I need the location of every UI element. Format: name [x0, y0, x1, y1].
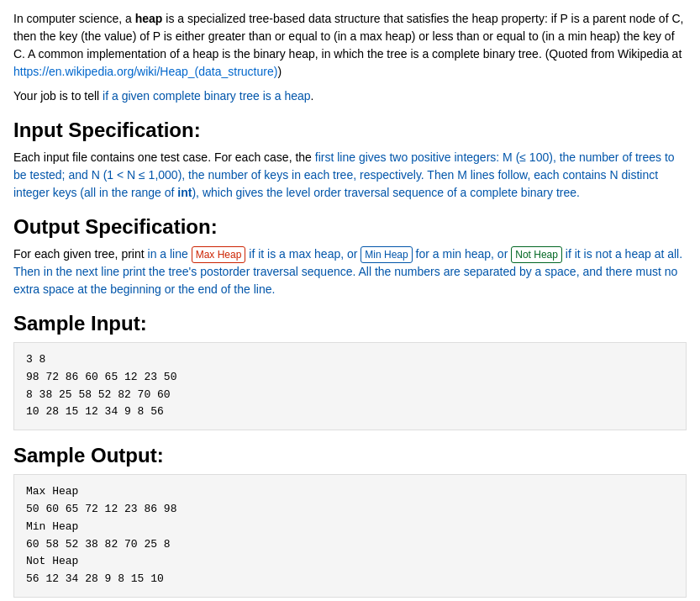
- output-spec-paragraph: For each given tree, print in a line Max…: [13, 245, 687, 298]
- sample-input-heading: Sample Input:: [13, 312, 687, 335]
- sample-output-line4: 60 58 52 38 82 70 25 8: [26, 536, 674, 554]
- sample-output-line1: Max Heap: [26, 483, 674, 501]
- sample-output-line2: 50 60 65 72 12 23 86 98: [26, 501, 674, 519]
- input-spec-heading: Input Specification:: [13, 119, 687, 142]
- sample-input-code: 3 8 98 72 86 60 65 12 23 50 8 38 25 58 5…: [13, 342, 687, 430]
- sample-output-heading: Sample Output:: [13, 444, 687, 467]
- sample-input-line3: 8 38 25 58 52 82 70 60: [26, 387, 674, 404]
- sample-output-line6: 56 12 34 28 9 8 15 10: [26, 571, 674, 588]
- sample-input-line2: 98 72 86 60 65 12 23 50: [26, 369, 674, 387]
- badge-not-heap: Not Heap: [511, 246, 562, 263]
- sample-output-line3: Min Heap: [26, 519, 674, 536]
- sample-input-line4: 10 28 15 12 34 9 8 56: [26, 403, 674, 421]
- intro-paragraph2: Your job is to tell if a given complete …: [13, 87, 687, 105]
- badge-max-heap: Max Heap: [192, 246, 246, 263]
- input-spec-paragraph: Each input file contains one test case. …: [13, 149, 687, 202]
- wiki-link[interactable]: https://en.wikipedia.org/wiki/Heap_(data…: [13, 65, 277, 78]
- sample-output-line5: Not Heap: [26, 553, 674, 571]
- intro-paragraph: In computer science, a heap is a special…: [13, 10, 687, 81]
- badge-min-heap: Min Heap: [361, 246, 412, 263]
- heap-bold: heap: [135, 12, 163, 25]
- sample-output-code: Max Heap 50 60 65 72 12 23 86 98 Min Hea…: [13, 474, 687, 598]
- output-spec-heading: Output Specification:: [13, 215, 687, 239]
- sample-input-line1: 3 8: [26, 351, 674, 369]
